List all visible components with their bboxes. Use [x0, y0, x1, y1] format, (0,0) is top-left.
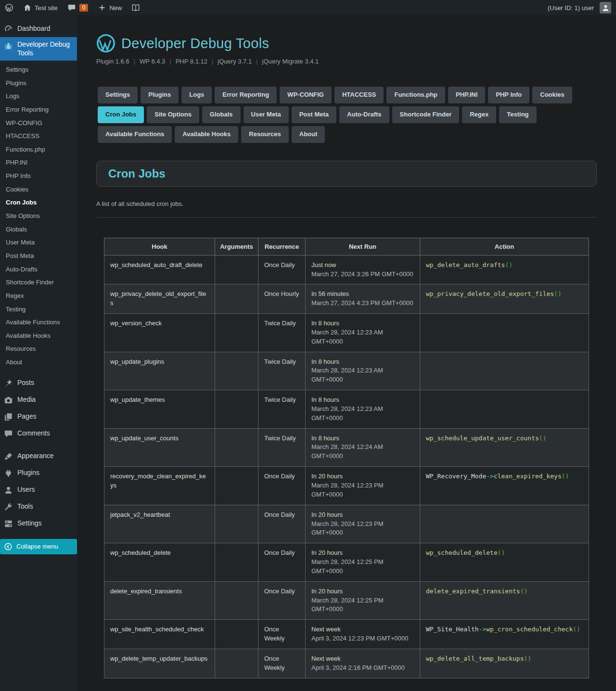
sidebar-item-settings[interactable]: Settings [0, 515, 77, 532]
submenu-item-functions.php[interactable]: Functions.php [0, 143, 77, 156]
table-row: wp_delete_temp_updater_backupsOnce Weekl… [104, 649, 589, 678]
site-name-label: Test site [35, 4, 58, 12]
tab-php-info[interactable]: PHP Info [488, 87, 529, 103]
sidebar-item-appearance[interactable]: Appearance [0, 448, 77, 465]
tab-site-options[interactable]: Site Options [147, 106, 199, 123]
tab-settings[interactable]: Settings [98, 87, 138, 103]
comments-link[interactable]: 0 [63, 0, 93, 15]
next-run-cell: Just nowMarch 27, 2024 3:26 PM GMT+0000 [306, 255, 420, 284]
tab-user-meta[interactable]: User Meta [244, 106, 289, 123]
new-content-link[interactable]: New [93, 0, 127, 15]
submenu-item-user-meta[interactable]: User Meta [0, 236, 77, 249]
tab-about[interactable]: About [292, 126, 325, 143]
site-name-link[interactable]: Test site [18, 0, 63, 15]
sidebar-item-posts[interactable]: Posts [0, 375, 77, 392]
menu-top-group: Dashboard [0, 20, 77, 37]
docs-link[interactable] [127, 0, 145, 15]
plus-icon [98, 3, 106, 12]
submenu-item-resources[interactable]: Resources [0, 342, 77, 356]
submenu-item-settings[interactable]: Settings [0, 63, 77, 77]
tab-plugins[interactable]: Plugins [141, 87, 179, 103]
sidebar-item-pages[interactable]: Pages [0, 409, 77, 425]
submenu-item-post-meta[interactable]: Post Meta [0, 249, 77, 263]
hook-cell: jetpack_v2_heartbeat [104, 505, 215, 543]
tab-cookies[interactable]: Cookies [532, 87, 572, 103]
sidebar-item-dashboard[interactable]: Dashboard [0, 20, 77, 37]
submenu-item-htaccess[interactable]: HTACCESS [0, 129, 77, 143]
table-row: jetpack_v2_heartbeatOnce DailyIn 20 hour… [104, 505, 589, 543]
submenu-item-shortcode-finder[interactable]: Shortcode Finder [0, 276, 77, 289]
recurrence-cell: Once Daily [258, 581, 306, 620]
table-row: wp_scheduled_deleteOnce DailyIn 20 hours… [104, 543, 589, 582]
next-run-cell: Next weekApril 3, 2024 12:23 PM GMT+0000 [306, 620, 420, 649]
table-row: wp_scheduled_auto_draft_deleteOnce Daily… [104, 255, 589, 284]
tab-post-meta[interactable]: Post Meta [292, 106, 336, 123]
next-run-date: March 28, 2024 12:23 AM GMT+0000 [311, 366, 414, 384]
sidebar-item-plugins[interactable]: Plugins [0, 465, 77, 482]
tab-testing[interactable]: Testing [499, 106, 536, 123]
next-run-cell: In 56 minutesMarch 27, 2024 4:23 PM GMT+… [306, 284, 420, 314]
next-run-relative: In 20 hours [311, 587, 414, 596]
sidebar-item-developer-debug-tools[interactable]: Developer Debug Tools [0, 37, 77, 61]
tab-error-reporting[interactable]: Error Reporting [215, 87, 277, 103]
divider [96, 217, 597, 218]
next-run-cell: In 20 hoursMarch 28, 2024 12:25 PM GMT+0… [306, 581, 420, 620]
sidebar-item-tools[interactable]: Tools [0, 499, 77, 515]
next-run-date: March 28, 2024 12:23 PM GMT+0000 [311, 520, 414, 538]
wordpress-logo-icon [5, 3, 13, 12]
tab-resources[interactable]: Resources [241, 126, 288, 143]
arguments-cell [215, 620, 258, 649]
tab-regex[interactable]: Regex [462, 106, 496, 123]
next-run-relative: In 20 hours [311, 511, 414, 520]
submenu-item-logs[interactable]: Logs [0, 90, 77, 103]
tab-available-hooks[interactable]: Available Hooks [175, 126, 238, 143]
collapse-menu-button[interactable]: Collapse menu [0, 539, 77, 554]
submenu-item-available-functions[interactable]: Available Functions [0, 316, 77, 329]
table-row: wp_privacy_delete_old_export_filesOnce H… [104, 284, 589, 314]
tab-globals[interactable]: Globals [202, 106, 241, 123]
wp-logo-menu[interactable] [0, 0, 18, 15]
sidebar-item-media[interactable]: Media [0, 392, 77, 409]
tab-cron-jobs[interactable]: Cron Jobs [98, 106, 144, 123]
action-cell [420, 390, 589, 429]
tab-logs[interactable]: Logs [181, 87, 212, 103]
submenu-item-plugins[interactable]: Plugins [0, 77, 77, 90]
next-run-cell: In 8 hoursMarch 28, 2024 12:23 AM GMT+00… [306, 352, 420, 390]
action-cell: wp_privacy_delete_old_export_files() [420, 284, 589, 314]
submenu-item-about[interactable]: About [0, 356, 77, 369]
recurrence-cell: Once Daily [258, 467, 306, 505]
submenu-item-cookies[interactable]: Cookies [0, 183, 77, 196]
submenu-item-available-hooks[interactable]: Available Hooks [0, 329, 77, 343]
tab-php.ini[interactable]: PHP.INI [448, 87, 485, 103]
table-row: wp_update_user_countsTwice DailyIn 8 hou… [104, 428, 589, 467]
next-run-relative: In 20 hours [311, 472, 414, 481]
next-run-cell: In 8 hoursMarch 28, 2024 12:23 AM GMT+00… [306, 314, 420, 352]
tab-shortcode-finder[interactable]: Shortcode Finder [392, 106, 460, 123]
settings-icon [4, 519, 13, 528]
tab-functions.php[interactable]: Functions.php [386, 87, 445, 103]
tab-htaccess[interactable]: HTACCESS [334, 87, 384, 103]
submenu-item-wp-config[interactable]: WP-CONFIG [0, 116, 77, 130]
meta-separator: | [129, 58, 140, 65]
arguments-cell [215, 467, 258, 505]
menu-label: Pages [17, 412, 37, 421]
submenu-item-cron-jobs[interactable]: Cron Jobs [0, 196, 77, 209]
next-run-relative: Just now [311, 261, 414, 270]
submenu-item-error-reporting[interactable]: Error Reporting [0, 103, 77, 116]
submenu-item-globals[interactable]: Globals [0, 223, 77, 236]
tab-available-functions[interactable]: Available Functions [98, 126, 172, 143]
submenu-item-testing[interactable]: Testing [0, 303, 77, 316]
submenu-item-php-info[interactable]: PHP Info [0, 169, 77, 183]
submenu-item-site-options[interactable]: Site Options [0, 209, 77, 223]
tab-auto-drafts[interactable]: Auto-Drafts [339, 106, 389, 123]
meta-separator: | [252, 58, 262, 65]
submenu-item-regex[interactable]: Regex [0, 289, 77, 303]
tab-wp-config[interactable]: WP-CONFIG [280, 87, 332, 103]
sidebar-item-users[interactable]: Users [0, 482, 77, 499]
sidebar-item-comments[interactable]: Comments [0, 425, 77, 442]
submenu-item-php.ini[interactable]: PHP.INI [0, 156, 77, 169]
next-run-date: April 3, 2024 12:23 PM GMT+0000 [311, 634, 414, 643]
recurrence-cell: Once Daily [258, 505, 306, 543]
submenu-item-auto-drafts[interactable]: Auto-Drafts [0, 263, 77, 276]
user-account-link[interactable]: (User ID: 1) user [543, 0, 616, 15]
